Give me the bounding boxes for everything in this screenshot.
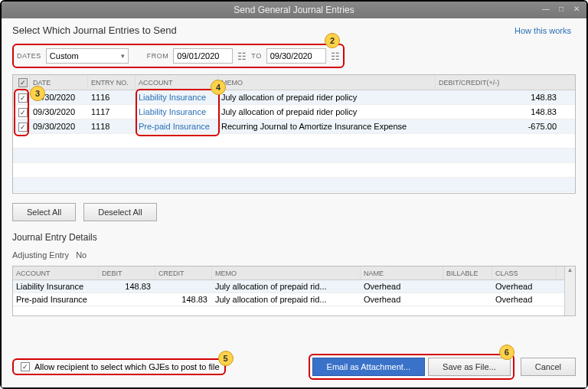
col-entry[interactable]: ENTRY NO. <box>88 75 136 90</box>
row-amount: -675.00 <box>436 122 563 131</box>
row-memo: July allocation of prepaid rider policy <box>218 93 436 102</box>
content: Select Which Journal Entries to Send How… <box>2 18 586 387</box>
dates-label: DATES <box>17 52 41 60</box>
row-checkbox[interactable]: ✓ <box>18 108 28 117</box>
to-date-input[interactable] <box>266 48 326 64</box>
callout-4: 4 <box>211 80 226 95</box>
col-memo[interactable]: MEMO <box>218 75 436 90</box>
filter-highlight: DATES Custom FROM ☷ TO ☷ <box>12 44 345 68</box>
row-checkbox[interactable]: ✓ <box>18 93 28 103</box>
action-buttons: Email as Attachment... Save as File... 6 <box>309 354 514 380</box>
calendar-icon[interactable]: ☷ <box>237 51 247 62</box>
window: Send General Journal Entries — □ ✕ Selec… <box>0 0 588 389</box>
entries-table: ✓ DATE ENTRY NO. ACCOUNT MEMO DEBIT/CRED… <box>12 74 576 194</box>
callout-6: 6 <box>499 345 514 360</box>
select-all-button[interactable]: Select All <box>12 203 76 221</box>
maximize-icon[interactable]: □ <box>556 3 567 14</box>
from-date-input[interactable] <box>173 48 233 64</box>
row-date: 09/30/2020 <box>30 107 88 116</box>
row-entry: 1117 <box>88 107 136 116</box>
cancel-button[interactable]: Cancel <box>521 358 576 376</box>
save-file-button[interactable]: Save as File... <box>428 358 511 376</box>
row-amount: 148.83 <box>436 107 563 116</box>
dcol-memo[interactable]: MEMO <box>212 266 361 279</box>
table-row-empty <box>13 163 575 178</box>
select-buttons: Select All Deselect All <box>12 203 576 221</box>
table-row-empty <box>13 134 575 149</box>
table-row[interactable]: ✓09/30/20201116Liability InsuranceJuly a… <box>13 90 575 105</box>
detail-table: ACCOUNT DEBIT CREDIT MEMO NAME BILLABLE … <box>12 266 576 316</box>
dates-select[interactable]: Custom <box>46 48 129 64</box>
table-row[interactable]: ✓09/30/20201118Pre-paid InsuranceRecurri… <box>13 119 575 134</box>
scroll-up-icon[interactable]: ▲ <box>565 266 575 277</box>
d-class: Overhead <box>492 295 557 304</box>
d-account: Liability Insurance <box>13 282 99 291</box>
col-account[interactable]: ACCOUNT <box>136 75 218 90</box>
minimize-icon[interactable]: — <box>541 3 551 14</box>
from-label: FROM <box>147 52 169 60</box>
dcol-account[interactable]: ACCOUNT <box>13 266 99 279</box>
scrollbar[interactable]: ▲ <box>564 266 575 315</box>
dcol-credit[interactable]: CREDIT <box>155 266 212 279</box>
callout-3: 3 <box>30 86 45 101</box>
window-title: Send General Journal Entries <box>234 5 354 15</box>
d-name: Overhead <box>361 295 443 304</box>
titlebar: Send General Journal Entries — □ ✕ <box>2 2 586 18</box>
callout-2: 2 <box>325 33 340 48</box>
adj-label: Adjusting Entry <box>12 250 69 260</box>
table-row-empty <box>13 149 575 163</box>
d-memo: July allocation of prepaid rid... <box>212 295 361 304</box>
col-amount[interactable]: DEBIT/CREDIT(+/-) <box>436 75 563 90</box>
d-memo: July allocation of prepaid rid... <box>212 282 361 291</box>
email-button[interactable]: Email as Attachment... <box>312 358 425 376</box>
d-name: Overhead <box>361 282 443 291</box>
row-amount: 148.83 <box>436 93 563 102</box>
detail-row[interactable]: Pre-paid Insurance148.83July allocation … <box>13 293 575 306</box>
callout-5: 5 <box>218 351 234 366</box>
d-class: Overhead <box>492 282 557 291</box>
row-checkbox[interactable]: ✓ <box>18 123 28 132</box>
allow-recipient-label: Allow recipient to select which GJEs to … <box>34 362 220 371</box>
adjusting-entry-row: Adjusting Entry No <box>12 250 576 260</box>
close-icon[interactable]: ✕ <box>571 3 582 14</box>
section-title: Select Which Journal Entries to Send <box>12 25 576 36</box>
to-label: TO <box>251 52 261 60</box>
adj-value: No <box>76 250 87 260</box>
d-credit: 148.83 <box>155 295 212 304</box>
calendar-icon[interactable]: ☷ <box>331 51 340 62</box>
table-header: ✓ DATE ENTRY NO. ACCOUNT MEMO DEBIT/CRED… <box>13 75 575 90</box>
dcol-name[interactable]: NAME <box>361 266 443 279</box>
row-account-link[interactable]: Liability Insurance <box>136 107 218 116</box>
help-link[interactable]: How this works <box>514 26 571 35</box>
row-memo: July allocation of prepaid rider policy <box>218 107 436 116</box>
deselect-all-button[interactable]: Deselect All <box>83 203 156 221</box>
table-row[interactable]: ✓09/30/20201117Liability InsuranceJuly a… <box>13 105 575 119</box>
dcol-class[interactable]: CLASS <box>492 266 557 279</box>
row-account-link[interactable]: Liability Insurance <box>136 93 218 102</box>
detail-header: ACCOUNT DEBIT CREDIT MEMO NAME BILLABLE … <box>13 266 575 280</box>
details-header: Journal Entry Details <box>12 232 576 243</box>
row-date: 09/30/2020 <box>30 122 88 131</box>
table-row-empty <box>13 178 575 192</box>
row-memo: Recurring Journal to Amortize Insurance … <box>218 122 436 131</box>
allow-recipient-checkbox[interactable]: ✓ <box>21 362 30 371</box>
row-entry: 1116 <box>88 93 136 102</box>
d-account: Pre-paid Insurance <box>13 295 99 304</box>
row-entry: 1118 <box>88 122 136 131</box>
detail-row[interactable]: Liability Insurance148.83July allocation… <box>13 280 575 293</box>
select-all-checkbox[interactable]: ✓ <box>18 78 28 87</box>
dcol-billable[interactable]: BILLABLE <box>443 266 492 279</box>
footer: ✓ Allow recipient to select which GJEs t… <box>12 348 576 380</box>
row-account-link[interactable]: Pre-paid Insurance <box>136 122 218 131</box>
filter-row: DATES Custom FROM ☷ TO ☷ 2 <box>12 44 576 68</box>
allow-recipient-box: ✓ Allow recipient to select which GJEs t… <box>12 358 226 375</box>
dcol-debit[interactable]: DEBIT <box>99 266 155 279</box>
d-debit: 148.83 <box>99 282 155 291</box>
